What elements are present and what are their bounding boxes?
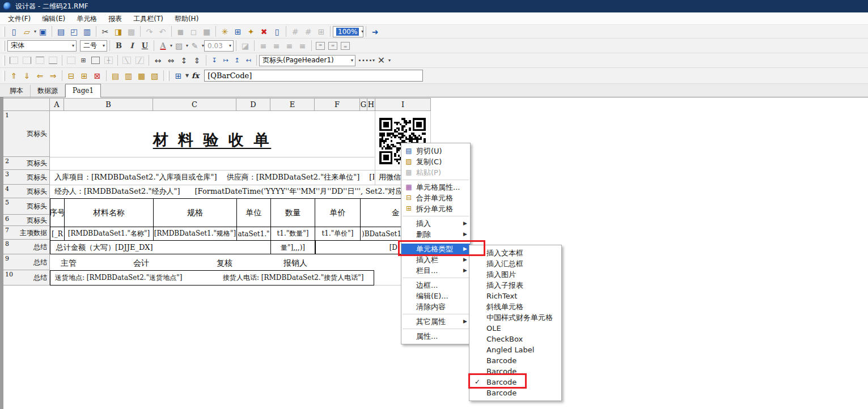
align-left-icon[interactable]: ≡ [257,40,270,52]
band-dropdown-arrow-icon[interactable]: ▾ [351,58,353,63]
clear-cell-icon[interactable]: ⊠ [91,70,104,82]
move-cell-left-icon[interactable]: ↤ [243,54,254,66]
table-header-spec[interactable]: 规格 [154,199,237,227]
font-size-select[interactable]: 二号 ▾ [80,40,107,52]
menu-cell[interactable]: 单元格 [71,12,103,25]
fill-block-icon[interactable]: ■ [200,25,213,37]
clear-format-icon[interactable]: ✕ [375,54,388,66]
row-header-5[interactable]: 5 页标头 [3,198,50,215]
report-header-line2[interactable]: 经办人：[RMDBDataSet2."经办人"] [FormatDateTime… [54,185,417,198]
submenu-item-richtext[interactable]: RichText [469,291,561,301]
cut-icon[interactable]: ✂ [99,25,112,37]
valign-top-icon[interactable]: ≡ [316,42,325,50]
fill-color-icon[interactable]: ▨ [172,40,185,52]
column-header-b[interactable]: B [64,98,153,111]
table-header-price[interactable]: 单价 [315,199,361,227]
table-summary-right[interactable]: [D [315,241,400,254]
format-eraser-icon[interactable]: ◪ [239,40,252,52]
table-header-name[interactable]: 材料名称 [65,199,154,227]
submenu-item-insert-summary-box[interactable]: 插入汇总框 [469,258,561,269]
border-left-icon[interactable] [10,57,18,64]
menu-file[interactable]: 文件(F) [2,12,36,25]
tab-page1[interactable]: Page1 [65,84,101,97]
paste-icon[interactable]: ▩ [125,25,138,37]
new-page-icon[interactable]: ✦ [244,25,257,37]
submenu-item-insert-image[interactable]: 插入图片 [469,269,561,280]
border-outer-icon[interactable] [91,57,100,64]
fit-col-width-icon[interactable]: ↔ [151,54,164,66]
exit-icon[interactable]: ➜ [369,25,382,37]
column-header-i[interactable]: I [375,98,431,111]
context-menu-item-insert[interactable]: 插入 ▶ [401,218,470,229]
save-icon[interactable]: ▣ [36,25,49,37]
context-menu-item-paste[interactable]: ▩ 粘贴(P) [401,167,470,178]
table-data-price[interactable]: t1."单价"] [315,227,361,240]
insert-table-icon[interactable]: ⊞ [231,25,244,37]
send-backward-icon[interactable]: ◻ [187,25,200,37]
band-group-icon[interactable]: ▥ [122,70,135,82]
new-document-icon[interactable]: ▯ [7,25,20,37]
table-header-unit[interactable]: 单位 [237,199,271,227]
valign-bottom-icon[interactable]: ≡ [341,42,350,50]
table-summary-left[interactable]: 总计金额（大写）[DJJE_DX] [50,241,271,254]
signature-supervisor[interactable]: 主管 [61,256,95,270]
report-header-line1[interactable]: 入库项目：[RMDBDataSet2."入库项目或仓库"] 供应商：[RMDBD… [54,170,374,185]
border-all-icon[interactable]: ⊞ [78,54,89,66]
border-top-icon[interactable] [36,57,44,64]
redo-icon[interactable]: ↷ [143,25,156,37]
insert-col-right-icon[interactable]: ⇒ [46,70,60,82]
line-color-icon[interactable]: ✎ [188,40,201,52]
context-menu-item-cut[interactable]: ▤ 剪切(U) [401,146,470,156]
align-justify-icon[interactable]: ≡ [296,40,309,52]
context-menu-item-properties[interactable]: 属性... [401,331,470,342]
insert-col-left-icon[interactable]: ⇐ [33,70,46,82]
context-menu-item-cell-properties[interactable]: ▦ 单元格属性... [401,182,470,193]
report-title-cell[interactable]: 材 料 验 收 单 [64,129,360,151]
signature-accountant[interactable]: 会计 [133,256,167,270]
open-icon[interactable]: ▱ [20,25,33,37]
line-style-icon[interactable]: ···· [359,54,372,66]
bold-button[interactable]: B [112,40,125,52]
move-cell-down-icon[interactable]: ↧ [209,54,220,66]
row-header-9[interactable]: 9 总结 [3,254,50,270]
border-none-icon[interactable] [67,57,75,64]
signature-reviewer[interactable]: 复核 [217,256,251,270]
submenu-item-checkbox[interactable]: CheckBox [469,334,561,344]
table-header-seq[interactable]: 序号 [50,199,65,227]
new-report-icon[interactable]: ✳ [218,25,231,37]
split-rows-icon[interactable]: ⊟ [65,70,78,82]
insert-row-above-icon[interactable]: ⇑ [7,70,20,82]
table-data-spec[interactable]: [RMDBDataSet1."规格"] [154,227,237,240]
print-preview-icon[interactable]: ◰ [67,25,81,37]
snap-grid-icon[interactable]: # [302,25,315,37]
move-cell-up-icon[interactable]: ↥ [231,54,243,66]
underline-button[interactable]: U [138,40,151,52]
font-color-icon[interactable]: A [156,40,170,52]
context-menu-item-delete[interactable]: 删除 ▶ [401,229,470,240]
context-menu-item-clear-content[interactable]: 清除内容 [401,301,470,312]
table-header-qty[interactable]: 数量 [271,199,315,227]
menu-edit[interactable]: 编辑(E) [36,12,71,25]
submenu-item-barcode-1[interactable]: Barcode [469,355,561,366]
footer-cell[interactable]: 送货地点: [RMDBDataSet2."送货地点"] 接货人电话: [RMDB… [50,270,374,286]
align-right-icon[interactable]: ≡ [283,40,296,52]
zoom-dropdown-arrow-icon[interactable]: ▾ [361,29,363,34]
font-family-dropdown-arrow-icon[interactable]: ▾ [72,43,74,48]
print-icon[interactable]: ▤ [54,25,67,37]
undo-icon[interactable]: ↶ [156,25,169,37]
menu-help[interactable]: 帮助(H) [169,12,204,25]
row-header-7[interactable]: 7 主项数据 [3,226,50,240]
italic-button[interactable]: I [125,40,138,52]
context-menu-item-merge-cells[interactable]: ⊟ 合并单元格 [401,193,470,203]
band-header-icon[interactable]: ▤ [109,70,122,82]
table-data-qty[interactable]: t1."数量"] [271,227,315,240]
delete-page-icon[interactable]: ✖ [257,25,270,37]
menu-report[interactable]: 报表 [103,12,128,25]
submenu-item-diagonal-cell[interactable]: 斜线单元格 [469,301,561,312]
row-header-6[interactable]: 6 页标头 [3,215,50,226]
border-right-icon[interactable] [23,57,31,64]
context-menu-item-borders[interactable]: 边框... [401,280,470,291]
submenu-item-chinese-finance-cell[interactable]: 中国样式财务单元格 [469,312,561,323]
font-size-dropdown-arrow-icon[interactable]: ▾ [103,43,105,48]
fit-col-width-all-icon[interactable]: ⇔ [164,54,177,66]
